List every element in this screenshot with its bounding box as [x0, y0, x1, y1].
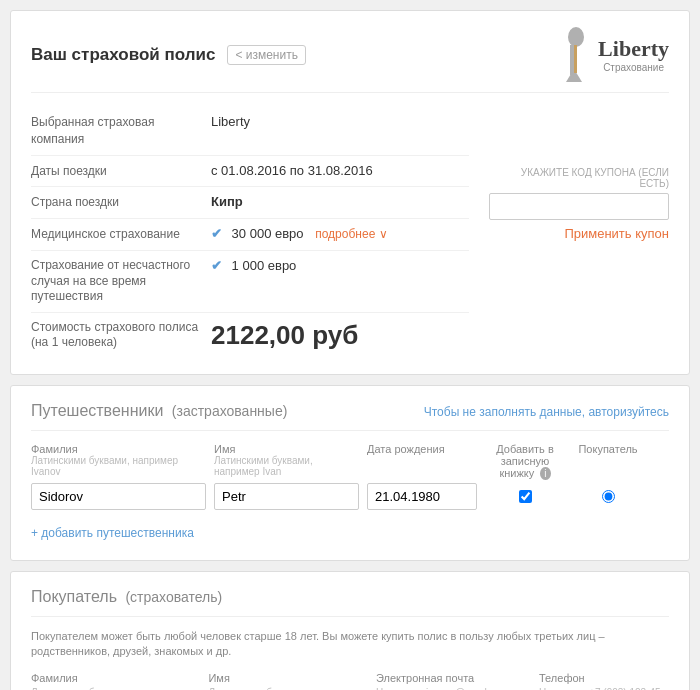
policy-row-country: Страна поездки Кипр: [31, 187, 469, 219]
travelers-col-headers: Фамилия Латинскими буквами, например Iva…: [31, 443, 669, 479]
traveler-notebook-checkbox[interactable]: [519, 490, 532, 503]
buyer-firstname-label: Имя: [208, 672, 368, 684]
th-lastname-hint: Латинскими буквами, например Ivanov: [31, 455, 206, 477]
detail-link-medical[interactable]: подробнее ∨: [315, 227, 387, 241]
policy-header: Ваш страховой полис < изменить Liberty С…: [31, 27, 669, 93]
value-accident: ✔ 1 000 евро: [211, 258, 469, 273]
buyer-section: Покупатель (страхователь) Покупателем мо…: [10, 571, 690, 690]
logo-area: Liberty Страхование: [554, 27, 669, 82]
notebook-info-icon: i: [540, 467, 550, 480]
th-buyer: Покупатель: [573, 443, 643, 479]
buyer-phone-field: Телефон Например +7 (903) 123-45-67: [539, 672, 669, 690]
traveler-buyer-cell: [573, 490, 643, 503]
traveler-dob-input[interactable]: [367, 483, 477, 510]
travelers-title: Путешественники (застрахованные): [31, 402, 287, 420]
th-lastname: Фамилия Латинскими буквами, например Iva…: [31, 443, 206, 479]
label-medical: Медицинское страхование: [31, 226, 211, 243]
label-company: Выбранная страховая компания: [31, 114, 211, 148]
change-link[interactable]: < изменить: [227, 45, 306, 65]
liberty-logo-icon: [554, 27, 592, 82]
traveler-lastname-input[interactable]: [31, 483, 206, 510]
policy-content: Выбранная страховая компания Liberty Дат…: [31, 107, 669, 358]
add-traveler-button[interactable]: + добавить путешественника: [31, 522, 194, 544]
buyer-email-label: Электронная почта: [376, 672, 531, 684]
buyer-title: Покупатель (страхователь): [31, 588, 222, 606]
policy-row-accident: Страхование от несчастного случая на все…: [31, 251, 469, 313]
check-accident-icon: ✔: [211, 258, 222, 273]
th-notebook: Добавить в записную книжку i: [485, 443, 565, 479]
label-dates: Даты поездки: [31, 163, 211, 180]
coupon-input[interactable]: [489, 193, 669, 220]
svg-rect-3: [574, 45, 577, 73]
logo-brand-name: Liberty: [598, 36, 669, 61]
svg-point-0: [568, 27, 584, 47]
buyer-fields: Фамилия Латинскими буквами, например, Iv…: [31, 672, 669, 690]
coupon-apply-link[interactable]: Применить купон: [564, 226, 669, 241]
value-dates: с 01.08.2016 по 31.08.2016: [211, 163, 469, 178]
coupon-area: УКАЖИТЕ КОД КУПОНА (ЕСЛИ ЕСТЬ) Применить…: [489, 107, 669, 358]
buyer-phone-label: Телефон: [539, 672, 669, 684]
buyer-email-field: Электронная почта Например ivanov@yandex…: [376, 672, 531, 690]
policy-row-company: Выбранная страховая компания Liberty: [31, 107, 469, 156]
policy-row-dates: Даты поездки с 01.08.2016 по 31.08.2016: [31, 156, 469, 188]
buyer-description: Покупателем может быть любой человек ста…: [31, 629, 669, 660]
traveler-buyer-radio[interactable]: [602, 490, 615, 503]
label-country: Страна поездки: [31, 194, 211, 211]
check-medical-icon: ✔: [211, 226, 222, 241]
policy-section: Ваш страховой полис < изменить Liberty С…: [10, 10, 690, 375]
traveler-notebook-cell: [485, 490, 565, 503]
logo-text-area: Liberty Страхование: [598, 36, 669, 73]
buyer-firstname-field: Имя Латинскими буквами, например, Ivan: [208, 672, 368, 690]
policy-row-medical: Медицинское страхование ✔ 30 000 евро по…: [31, 219, 469, 251]
buyer-lastname-field: Фамилия Латинскими буквами, например, Iv…: [31, 672, 200, 690]
label-price: Стоимость страхового полиса(на 1 человек…: [31, 320, 211, 351]
traveler-row: [31, 483, 669, 510]
value-medical: ✔ 30 000 евро подробнее ∨: [211, 226, 469, 241]
buyer-lastname-label: Фамилия: [31, 672, 200, 684]
th-dob: Дата рождения: [367, 443, 477, 479]
th-firstname: Имя Латинскими буквами, например Ivan: [214, 443, 359, 479]
autofill-link[interactable]: Чтобы не заполнять данные, авторизуйтесь: [424, 405, 669, 419]
buyer-header: Покупатель (страхователь): [31, 588, 669, 617]
travelers-header: Путешественники (застрахованные) Чтобы н…: [31, 402, 669, 431]
value-country: Кипр: [211, 194, 469, 209]
label-accident: Страхование от несчастного случая на все…: [31, 258, 211, 305]
logo-subtitle: Страхование: [598, 62, 669, 73]
policy-title: Ваш страховой полис: [31, 45, 215, 65]
policy-details: Выбранная страховая компания Liberty Дат…: [31, 107, 469, 358]
travelers-section: Путешественники (застрахованные) Чтобы н…: [10, 385, 690, 561]
value-price: 2122,00 руб: [211, 320, 469, 351]
th-firstname-hint: Латинскими буквами, например Ivan: [214, 455, 359, 477]
policy-row-price: Стоимость страхового полиса(на 1 человек…: [31, 313, 469, 358]
value-company: Liberty: [211, 114, 469, 129]
coupon-label: УКАЖИТЕ КОД КУПОНА (ЕСЛИ ЕСТЬ): [489, 167, 669, 189]
traveler-firstname-input[interactable]: [214, 483, 359, 510]
